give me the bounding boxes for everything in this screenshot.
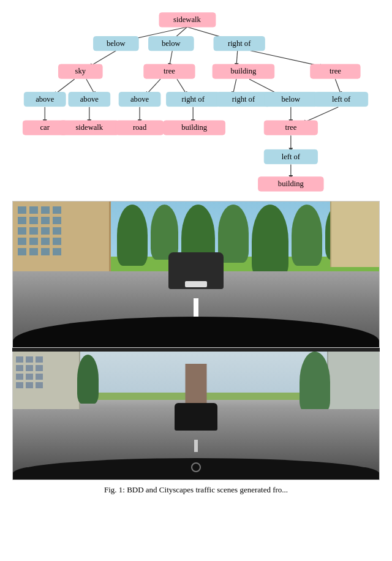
node-above3: above: [130, 95, 149, 104]
tree-diagram: sidewalk below below right of sky tree b…: [12, 6, 380, 196]
bottom-image: [12, 352, 380, 480]
node-below3: below: [281, 95, 301, 104]
node-tree1: tree: [164, 67, 175, 75]
images-section: [12, 201, 380, 480]
node-tree2: tree: [330, 67, 341, 75]
node-rightof1: right of: [228, 39, 251, 48]
node-building3: building: [278, 179, 304, 188]
top-image: [12, 201, 380, 348]
node-rightof3: right of: [232, 95, 255, 104]
node-building1: building: [230, 67, 257, 75]
node-above2: above: [80, 95, 99, 104]
node-above1: above: [36, 95, 54, 104]
node-sidewalk2: sidewalk: [75, 123, 103, 132]
figure-caption: Fig. 1: BDD and Cityscapes traffic scene…: [12, 485, 380, 495]
node-sidewalk1: sidewalk: [173, 15, 201, 24]
node-below1: below: [107, 39, 126, 48]
node-car: car: [40, 123, 50, 132]
node-building2: building: [181, 123, 208, 132]
node-below2: below: [162, 39, 181, 48]
node-road: road: [133, 123, 147, 132]
node-rightof2: right of: [181, 95, 205, 104]
page: sidewalk below below right of sky tree b…: [0, 0, 392, 501]
node-sky: sky: [75, 67, 86, 75]
node-leftof1: left of: [332, 95, 351, 104]
tree-svg: sidewalk below below right of sky tree b…: [12, 6, 380, 196]
node-tree3: tree: [285, 123, 296, 132]
node-leftof2: left of: [282, 152, 301, 161]
